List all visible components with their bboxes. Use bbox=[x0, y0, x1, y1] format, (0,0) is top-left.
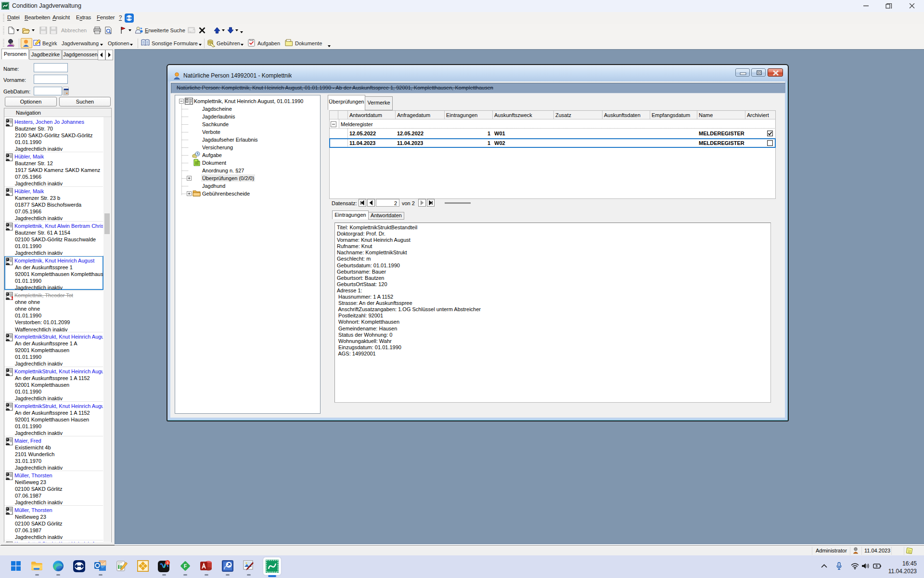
svg-text:F: F bbox=[184, 564, 187, 569]
svg-text:3: 3 bbox=[167, 561, 169, 565]
